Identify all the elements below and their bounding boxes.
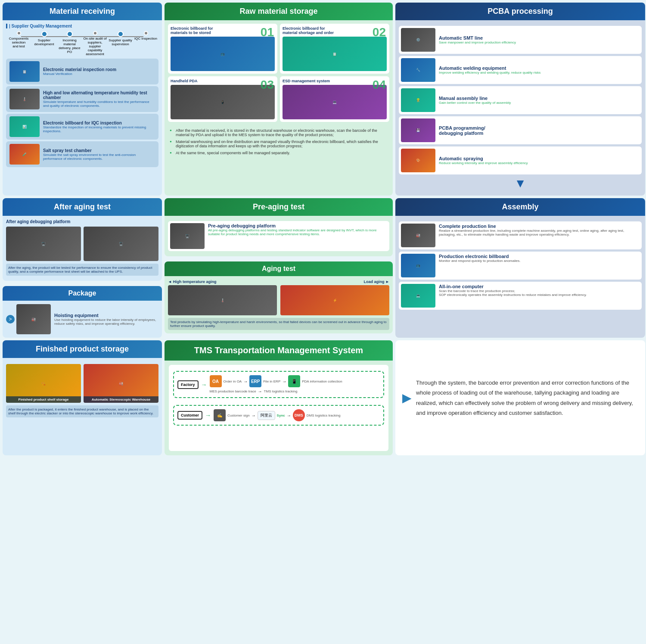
pre-aging-platform-text: Pre-aging debugging platform All pre-agi… [208, 223, 387, 249]
timeline-dot [41, 31, 47, 37]
finished-product-header: Finished product storage [3, 340, 162, 358]
equipment-iqc-billboard: 📊 Electronic billboard for IQC inspectio… [6, 114, 158, 140]
complete-line-image: 🏭 [401, 224, 435, 247]
assembly-complete-line: 🏭 Complete production line Realize a str… [399, 221, 642, 249]
after-aging-header: After aging test [3, 198, 162, 216]
aging-images-row: 🖥️ 🖥️ [6, 227, 158, 261]
timeline-dot [17, 31, 21, 35]
welding-image: 🔧 [401, 58, 435, 82]
smt-image: ⚙️ [401, 28, 435, 52]
finished-product-description: After the product is packaged, it enters… [6, 405, 158, 417]
complete-line-text: Complete production line Realize a strea… [439, 224, 640, 236]
timeline-dot [67, 31, 73, 37]
timeline-dot [93, 31, 97, 35]
inspection-room-image: 📋 [9, 61, 40, 82]
equipment-inspection-room: 📋 Electronic material inspection room Ma… [6, 59, 158, 84]
storage-card-1: Electronic billboard formaterials to be … [168, 24, 277, 74]
tms-desc-arrow-icon: ▶ [402, 391, 412, 405]
tms-step-mes: MES production barcode trace → TMS logis… [210, 389, 380, 394]
stereoscopic-warehouse-image: Automatic Stereoscopic Warehouse 🏭 [84, 364, 158, 403]
tms-top-flow: Factory → OA Order in OA → ERP File in E… [173, 371, 384, 398]
pcba-down-arrow: ▼ [399, 177, 642, 190]
pcba-programming: 💾 PCBA programming/debugging platform [399, 116, 642, 144]
package-header: Package [3, 286, 162, 301]
supplier-quality-label: | Supplier Quality Management [6, 24, 158, 28]
sync-label: Sync [277, 414, 285, 417]
timeline-item: Incoming materialdelivery, place PO [57, 31, 82, 54]
iqc-billboard-image: 📊 [9, 116, 40, 137]
finished-product-storage-section: Finished product storage Finished produc… [3, 340, 162, 455]
temp-chamber-image: 🌡️ [9, 89, 40, 109]
pre-aging-platform-item: 🖥️ Pre-aging debugging platform All pre-… [168, 221, 389, 251]
aging-test-header: Aging test [165, 261, 393, 276]
timeline-item: IQC Inspection [133, 31, 158, 40]
tms-customer-steps: ✍️ Customer sign → 阿里云 Sync → DMS DMS lo… [214, 409, 380, 421]
bullet-item-3: At the same time, special components wil… [170, 149, 388, 156]
tms-spacer [173, 400, 384, 403]
material-receiving-header: Material receiving [3, 3, 162, 20]
pcba-smt-line: ⚙️ Automatic SMT line Save manpower and … [399, 26, 642, 54]
aging-img-2: 🖥️ [84, 227, 158, 261]
timeline-item: Supplier development [31, 31, 57, 46]
temp-chamber-text: High and low alternating temperature hum… [43, 90, 155, 108]
timeline-dot [118, 31, 124, 37]
spraying-text: Automatic spraying Reduce working intens… [439, 156, 528, 165]
assembly-header: Assembly [395, 198, 645, 216]
electronic-billboard-image: 📺 [401, 254, 435, 277]
package-prev-button[interactable]: > [6, 315, 15, 324]
storage-card-2: Electronic billboard formaterial shortag… [280, 24, 389, 74]
high-temp-aging: ◄ High temperature aging 🌡️ [168, 280, 277, 315]
aging-img-1: 🖥️ [6, 227, 81, 261]
pcba-processing-header: PCBA processing [395, 3, 645, 20]
pcba-auto-spraying: 🎨 Automatic spraying Reduce working inte… [399, 146, 642, 174]
tms-header: TMS Transportation Management System [165, 340, 393, 361]
tms-arrow-2: → [205, 412, 211, 419]
load-aging-image: ⚡ [280, 285, 389, 315]
smt-text: Automatic SMT line Save manpower and imp… [439, 35, 516, 44]
aging-test-description: Test products by simulating high-tempera… [168, 318, 389, 330]
aliyun-box: 阿里云 [258, 411, 275, 420]
billboard-shortage-image: 📋 [283, 37, 387, 71]
assembly-electronic-billboard: 📺 Production electronic billboard Monito… [399, 252, 642, 280]
salt-spray-text: Salt spray test chamber Simulate the sal… [43, 148, 155, 161]
inspection-room-text: Electronic material inspection room Manu… [43, 67, 116, 76]
assembly-section: Assembly 🏭 Complete production line Real… [395, 198, 645, 338]
aging-test-images: ◄ High temperature aging 🌡️ Load aging ►… [168, 280, 389, 315]
timeline-item: Components selectionand test [6, 31, 31, 48]
factory-box: Factory [177, 380, 199, 389]
hoisting-text: Hoisting equipment Use hoisting equipmen… [54, 313, 158, 326]
spraying-image: 🎨 [401, 149, 435, 172]
programming-text: PCBA programming/debugging platform [439, 125, 485, 136]
all-in-one-text: All-in-one computer Scan the barcode to … [439, 284, 587, 297]
tms-arrow-1: → [201, 381, 207, 388]
customer-box: Customer [177, 411, 202, 420]
finished-product-images: Finished product shelf storage 🏗️ Automa… [6, 364, 158, 403]
tms-steps-top: OA Order in OA → ERP File in ERP → 📱 PDA… [210, 375, 380, 394]
timeline-dot [144, 31, 148, 35]
after-aging-section: After aging test After aging debugging p… [3, 198, 162, 281]
dms-badge: DMS [293, 409, 305, 421]
pre-aging-section: Pre-aging test 🖥️ Pre-aging debugging pl… [165, 198, 393, 256]
raw-material-storage-header: Raw material storage [165, 3, 393, 20]
all-in-one-image: 💻 [401, 284, 435, 308]
tms-bottom-flow: Customer → ✍️ Customer sign → 阿里云 Sync →… [173, 405, 384, 426]
programming-image: 💾 [401, 118, 435, 142]
bullet-item-2: Material warehousing and on-line distrib… [170, 138, 388, 149]
pcba-manual-assembly: 👷 Manual assembly line Gain better contr… [399, 86, 642, 114]
esd-system-image: 💻 [283, 85, 387, 119]
material-receiving-section: Material receiving | Supplier Quality Ma… [3, 3, 162, 196]
tms-customer-row: Customer → ✍️ Customer sign → 阿里云 Sync →… [177, 409, 380, 421]
tms-step-oa: OA Order in OA → ERP File in ERP → 📱 PDA… [210, 375, 380, 387]
storage-cards-grid: Electronic billboard formaterials to be … [168, 24, 389, 122]
tms-diagram: Factory → OA Order in OA → ERP File in E… [169, 365, 388, 451]
tms-description-text: Through the system, the barcode error pr… [416, 378, 638, 418]
shelf-storage-image: Finished product shelf storage 🏗️ [6, 364, 81, 403]
billboard-stored-image: 📺 [171, 37, 275, 71]
equipment-salt-spray: 🧪 Salt spray test chamber Simulate the s… [6, 141, 158, 167]
storage-card-4: ESD management system 04 💻 [280, 76, 389, 122]
package-section: Package > 🏭 Hoisting equipment Use hoist… [3, 286, 162, 338]
pcba-processing-section: PCBA processing ⚙️ Automatic SMT line Sa… [395, 3, 645, 196]
after-aging-subtitle: After aging debugging platform [6, 219, 158, 224]
pre-aging-platform-image: 🖥️ [170, 223, 205, 249]
timeline-item: On-site audit ofsuppliers, suppliercapab… [82, 31, 108, 56]
